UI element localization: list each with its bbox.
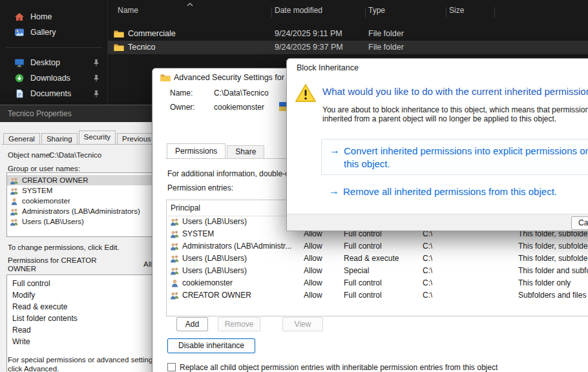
remove-button[interactable]: Remove bbox=[218, 317, 260, 331]
properties-tabs: General Sharing Security Previous Versio… bbox=[3, 130, 156, 144]
sidebar-item-label: Downloads bbox=[30, 74, 70, 83]
arrow-icon: → bbox=[329, 185, 339, 198]
list-item-users[interactable]: Users (LAB\Users) bbox=[7, 216, 156, 227]
file-date-modified: 9/24/2025 9:37 PM bbox=[275, 41, 343, 54]
entry-access: Full control bbox=[344, 240, 382, 253]
list-item-system[interactable]: SYSTEM bbox=[7, 185, 156, 196]
group-icon bbox=[170, 217, 180, 226]
entry-applies-to: Subfolders and files only bbox=[518, 289, 588, 302]
column-header-type[interactable]: Type bbox=[368, 6, 385, 15]
file-name: Tecnico bbox=[128, 41, 155, 54]
sidebar-item-documents[interactable]: Documents bbox=[0, 86, 107, 101]
file-list-header: Name Date modified Type Size bbox=[108, 0, 588, 21]
entry-principal: cookiemonster bbox=[182, 277, 300, 289]
dialog-title: Block Inheritance bbox=[297, 59, 359, 77]
permissions-for-label: Permissions for CREATOR OWNER bbox=[8, 256, 105, 273]
entry-row[interactable]: Users (LAB\Users) Allow Special C:\ This… bbox=[167, 265, 588, 277]
tab-permissions[interactable]: Permissions bbox=[167, 143, 226, 158]
sidebar-item-label: Desktop bbox=[30, 58, 60, 67]
entry-row[interactable]: CREATOR OWNER Allow Full control C:\ Sub… bbox=[167, 289, 588, 302]
tab-share[interactable]: Share bbox=[227, 145, 264, 158]
tab-general[interactable]: General bbox=[3, 133, 40, 144]
permission-read-execute[interactable]: Read & execute bbox=[7, 301, 156, 313]
folder-icon bbox=[160, 74, 171, 82]
entry-type: Allow bbox=[304, 277, 322, 289]
sidebar-item-home[interactable]: Home bbox=[0, 9, 107, 25]
advanced-note-line1: For special permissions or advanced sett… bbox=[8, 356, 156, 364]
permission-entries-label: Permission entries: bbox=[167, 183, 233, 192]
file-row-commerciale[interactable]: Commerciale 9/24/2025 9:11 PM File folde… bbox=[108, 27, 588, 41]
disable-inheritance-button[interactable]: Disable inheritance bbox=[167, 338, 255, 353]
block-dialog-body-line1: You are about to block inheritance to th… bbox=[322, 105, 588, 114]
sidebar-item-desktop[interactable]: Desktop bbox=[0, 55, 107, 70]
entry-principal: Users (LAB\Users) bbox=[182, 216, 300, 228]
entry-inherited-from: C:\ bbox=[423, 240, 432, 253]
sidebar-item-gallery[interactable]: Gallery bbox=[0, 25, 107, 40]
column-divider[interactable] bbox=[271, 7, 272, 17]
sidebar-item-label: Gallery bbox=[30, 28, 56, 37]
permission-read[interactable]: Read bbox=[7, 324, 156, 336]
object-name-value: C:\Data\Tecnico bbox=[49, 151, 101, 159]
column-header-principal[interactable]: Principal bbox=[171, 200, 200, 216]
user-icon bbox=[10, 197, 19, 205]
group-icon bbox=[170, 229, 180, 238]
column-header-date-modified[interactable]: Date modified bbox=[275, 6, 322, 15]
documents-icon bbox=[14, 89, 25, 98]
entry-applies-to: This folder and subfolders bbox=[518, 265, 588, 277]
column-header-size[interactable]: Size bbox=[449, 6, 464, 15]
home-icon bbox=[14, 12, 25, 21]
entry-principal: SYSTEM bbox=[182, 228, 300, 240]
dialog-titlebar[interactable]: Tecnico Properties bbox=[0, 105, 155, 122]
entry-row[interactable]: Users (LAB\Users) Allow Read & execute C… bbox=[167, 253, 588, 265]
group-icon bbox=[170, 291, 180, 300]
list-item-creator-owner[interactable]: CREATOR OWNER bbox=[7, 175, 156, 185]
column-divider[interactable] bbox=[494, 7, 495, 17]
tab-security[interactable]: Security bbox=[79, 130, 116, 144]
entry-type: Allow bbox=[304, 253, 322, 265]
file-type: File folder bbox=[368, 41, 404, 54]
list-item-cookiemonster[interactable]: cookiemonster bbox=[7, 196, 156, 206]
permission-list-folder-contents[interactable]: List folder contents bbox=[7, 313, 156, 324]
column-divider[interactable] bbox=[446, 7, 446, 17]
tab-previous-versions[interactable]: Previous Versions bbox=[117, 133, 156, 144]
cancel-button[interactable]: Cancel bbox=[571, 216, 588, 230]
list-item-administrators[interactable]: Administrators (LAB\Administrators) bbox=[7, 206, 156, 216]
view-button[interactable]: View bbox=[282, 317, 323, 331]
entry-inherited-from: C:\ bbox=[423, 277, 432, 289]
permission-full-control[interactable]: Full control bbox=[7, 278, 156, 289]
file-row-tecnico[interactable]: Tecnico 9/24/2025 9:37 PM File folder bbox=[108, 41, 588, 54]
entry-row[interactable]: Administrators (LAB\Administr... Allow F… bbox=[167, 240, 588, 253]
permission-modify[interactable]: Modify bbox=[7, 289, 156, 301]
add-button[interactable]: Add bbox=[176, 317, 208, 331]
group-user-names-list: CREATOR OWNER SYSTEM cookiemonster Admin… bbox=[6, 172, 156, 237]
sort-chevron-up-icon bbox=[187, 3, 193, 6]
entry-access: Read & execute bbox=[344, 253, 399, 265]
entry-type: Allow bbox=[304, 289, 322, 302]
group-icon bbox=[10, 176, 19, 185]
advanced-note-line2: click Advanced. bbox=[8, 365, 59, 372]
warning-icon bbox=[295, 83, 317, 103]
pin-icon bbox=[93, 74, 100, 82]
block-dialog-heading: What would you like to do with the curre… bbox=[322, 86, 588, 97]
entry-access: Full control bbox=[344, 289, 382, 302]
entry-access: Special bbox=[344, 265, 369, 277]
entry-inherited-from: C:\ bbox=[423, 265, 432, 277]
column-header-name[interactable]: Name bbox=[118, 6, 138, 15]
sidebar-item-label: Documents bbox=[30, 89, 71, 98]
principal-name: Administrators (LAB\Administrators) bbox=[22, 207, 140, 215]
convert-permissions-command-link[interactable]: → Convert inherited permissions into exp… bbox=[321, 139, 588, 175]
folder-icon bbox=[114, 43, 124, 52]
pin-icon bbox=[93, 90, 100, 98]
replace-permissions-checkbox[interactable] bbox=[167, 363, 176, 371]
dialog-title: Tecnico Properties bbox=[8, 105, 72, 122]
column-divider[interactable] bbox=[365, 7, 366, 17]
entry-row[interactable]: cookiemonster Allow Full control C:\ Thi… bbox=[167, 277, 588, 289]
user-icon bbox=[170, 278, 180, 287]
replace-permissions-label: Replace all child object permission entr… bbox=[180, 363, 498, 372]
dialog-titlebar[interactable]: Block Inheritance bbox=[287, 59, 588, 77]
arrow-icon: → bbox=[330, 144, 340, 157]
permission-write[interactable]: Write bbox=[7, 336, 156, 347]
tab-sharing[interactable]: Sharing bbox=[41, 133, 78, 144]
sidebar-item-downloads[interactable]: Downloads bbox=[0, 70, 107, 86]
remove-permissions-command-link[interactable]: → Remove all inherited permissions from … bbox=[321, 184, 588, 200]
